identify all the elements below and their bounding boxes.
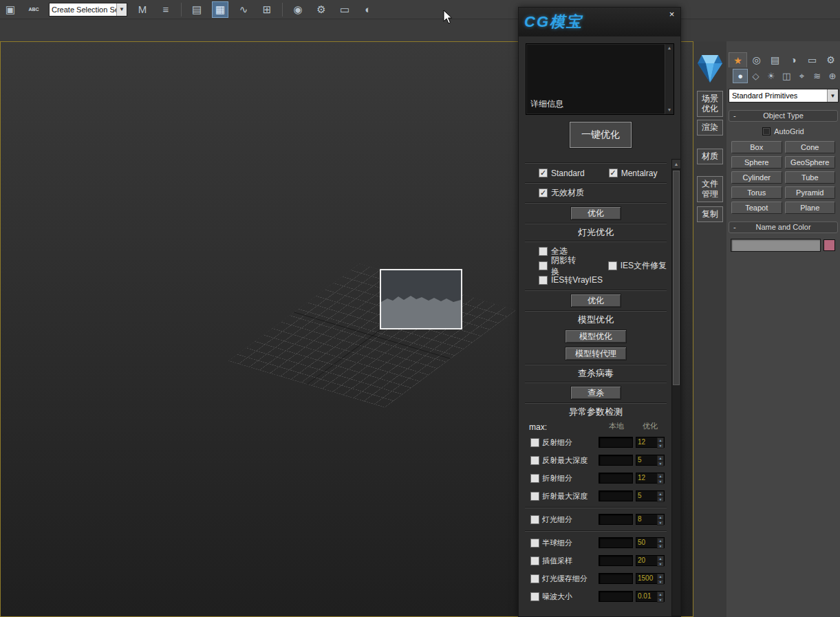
torus-button[interactable]: Torus	[731, 186, 782, 199]
param-local-input[interactable]	[599, 573, 633, 584]
tube-button[interactable]: Tube	[785, 171, 836, 184]
spinner-down-icon[interactable]: ▼	[657, 479, 664, 484]
ribbon-toggle-icon[interactable]: ▦	[212, 1, 228, 18]
cone-button[interactable]: Cone	[785, 141, 836, 153]
scroll-up-icon[interactable]: ▲	[667, 44, 672, 52]
display-tab-icon[interactable]: ▭	[803, 52, 821, 67]
object-type-rollout[interactable]: - Object Type	[729, 110, 838, 122]
space-warps-icon[interactable]: ≋	[809, 69, 824, 83]
cylinder-button[interactable]: Cylinder	[731, 171, 782, 184]
spinner-down-icon[interactable]: ▼	[657, 579, 664, 585]
side-tab-render[interactable]: 渲染	[697, 120, 723, 136]
close-icon[interactable]: ×	[667, 9, 677, 19]
spinner-up-icon[interactable]: ▲	[657, 538, 664, 543]
abc-icon[interactable]: ABC	[25, 1, 42, 18]
param-spinner[interactable]: 0.01 ▲▼	[636, 591, 665, 602]
spinner-down-icon[interactable]: ▼	[657, 543, 664, 549]
spinner-up-icon[interactable]: ▲	[657, 473, 664, 479]
model-optimize-button[interactable]: 模型优化	[565, 329, 627, 343]
chevron-down-icon[interactable]: ▼	[116, 3, 127, 16]
shapes-icon[interactable]: ◇	[748, 69, 763, 83]
param-spinner[interactable]: 20 ▲▼	[636, 555, 665, 566]
param-local-input[interactable]	[599, 473, 633, 484]
plane-object[interactable]	[380, 269, 462, 329]
param-local-input[interactable]	[599, 437, 633, 448]
param-spinner[interactable]: 5 ▲▼	[636, 455, 665, 466]
param-checkbox[interactable]	[530, 539, 539, 548]
chevron-down-icon[interactable]: ▼	[827, 89, 838, 102]
one-click-optimize-button[interactable]: 一键优化	[570, 122, 632, 148]
geosphere-button[interactable]: GeoSphere	[785, 156, 836, 169]
param-local-input[interactable]	[599, 490, 633, 501]
param-checkbox[interactable]	[530, 456, 539, 465]
detail-info-box[interactable]: 详细信息 ▲ ▼	[526, 43, 674, 115]
schematic-view-icon[interactable]: ⊞	[259, 1, 275, 18]
render-icon[interactable]: ◐	[360, 1, 376, 18]
param-checkbox[interactable]	[530, 515, 539, 524]
param-checkbox[interactable]	[530, 574, 539, 583]
mentalray-checkbox[interactable]: ✓	[609, 169, 618, 177]
sphere-button[interactable]: Sphere	[731, 156, 782, 169]
param-checkbox[interactable]	[530, 592, 539, 601]
param-spinner[interactable]: 12 ▲▼	[636, 437, 665, 448]
spinner-down-icon[interactable]: ▼	[657, 561, 664, 567]
param-local-input[interactable]	[599, 591, 633, 602]
spinner-up-icon[interactable]: ▲	[657, 437, 664, 443]
primitive-category-dropdown[interactable]: Standard Primitives ▼	[729, 89, 839, 102]
render-setup-icon[interactable]: ⚙	[313, 1, 330, 18]
rendered-frame-icon[interactable]: ▭	[336, 1, 353, 18]
teapot-button[interactable]: Teapot	[731, 202, 782, 214]
box-button[interactable]: Box	[731, 141, 782, 153]
spinner-up-icon[interactable]: ▲	[657, 491, 664, 497]
param-checkbox[interactable]	[530, 492, 539, 501]
scrollbar-thumb[interactable]	[673, 171, 680, 385]
geometry-icon[interactable]: ●	[733, 69, 748, 83]
virus-scan-button[interactable]: 查杀	[570, 386, 621, 400]
spinner-down-icon[interactable]: ▼	[657, 520, 664, 526]
modify-tab-icon[interactable]: ◎	[747, 52, 766, 67]
selection-set-combo[interactable]: Create Selection Set ▼	[49, 3, 127, 17]
param-checkbox[interactable]	[530, 556, 539, 565]
material-editor-icon[interactable]: ◉	[290, 1, 306, 18]
named-selection-icon[interactable]: ▣	[2, 1, 19, 18]
side-tab-material[interactable]: 材质	[697, 149, 723, 164]
side-tab-copy[interactable]: 复制	[697, 206, 723, 222]
layer-manager-icon[interactable]: ▤	[189, 1, 205, 18]
model-proxy-button[interactable]: 模型转代理	[565, 347, 627, 360]
scroll-up-icon[interactable]: ▲	[672, 160, 680, 169]
pyramid-button[interactable]: Pyramid	[785, 186, 836, 199]
param-spinner[interactable]: 8 ▲▼	[636, 514, 665, 525]
side-tab-file-manage[interactable]: 文件管理	[697, 176, 723, 202]
utilities-tab-icon[interactable]: ⚙	[821, 52, 840, 67]
param-spinner[interactable]: 12 ▲▼	[636, 473, 665, 484]
param-spinner[interactable]: 5 ▲▼	[636, 490, 665, 501]
light-optimize-button[interactable]: 优化	[570, 294, 621, 307]
spinner-down-icon[interactable]: ▼	[657, 443, 664, 448]
mirror-icon[interactable]: M	[134, 1, 151, 18]
ies-fix-checkbox[interactable]	[608, 261, 617, 270]
curve-editor-icon[interactable]: ∿	[235, 1, 252, 18]
create-tab-icon[interactable]: ★	[729, 52, 747, 67]
helpers-icon[interactable]: ⌖	[794, 69, 809, 83]
param-local-input[interactable]	[599, 555, 633, 566]
cameras-icon[interactable]: ◫	[779, 69, 794, 83]
spinner-up-icon[interactable]: ▲	[657, 592, 664, 597]
material-optimize-button[interactable]: 优化	[570, 206, 621, 220]
plane-button[interactable]: Plane	[785, 202, 836, 214]
standard-checkbox[interactable]: ✓	[539, 169, 548, 177]
systems-icon[interactable]: ⊕	[825, 69, 840, 83]
spinner-up-icon[interactable]: ▲	[657, 556, 664, 561]
select-all-checkbox[interactable]	[539, 247, 548, 256]
param-checkbox[interactable]	[530, 438, 539, 447]
param-local-input[interactable]	[599, 514, 633, 525]
ies-vray-checkbox[interactable]	[539, 276, 548, 285]
spinner-down-icon[interactable]: ▼	[657, 597, 664, 603]
param-local-input[interactable]	[599, 455, 633, 466]
spinner-down-icon[interactable]: ▼	[657, 461, 664, 466]
object-color-swatch[interactable]	[823, 239, 835, 251]
spinner-up-icon[interactable]: ▲	[657, 574, 664, 579]
param-spinner[interactable]: 1500 ▲▼	[636, 573, 665, 584]
panel-scrollbar[interactable]: ▲	[671, 159, 681, 616]
shadow-convert-checkbox[interactable]	[539, 261, 548, 270]
object-name-field[interactable]	[731, 239, 821, 252]
